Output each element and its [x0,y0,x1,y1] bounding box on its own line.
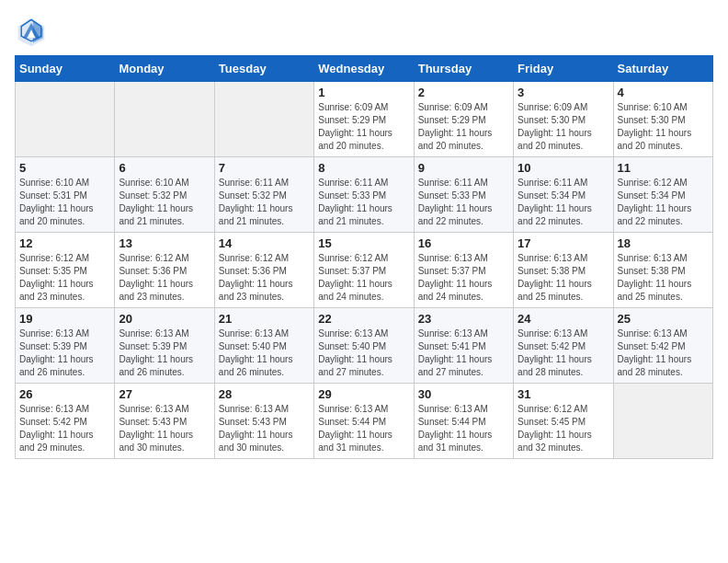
page-header [15,15,713,48]
weekday-header: Wednesday [314,56,414,82]
weekday-header: Thursday [414,56,513,82]
day-number: 6 [119,161,210,175]
day-number: 13 [119,236,210,250]
calendar-table: SundayMondayTuesdayWednesdayThursdayFrid… [15,55,713,459]
day-detail: Sunrise: 6:11 AM Sunset: 5:34 PM Dayligh… [518,177,609,228]
day-number: 19 [19,312,110,326]
day-number: 11 [618,161,709,175]
day-detail: Sunrise: 6:10 AM Sunset: 5:31 PM Dayligh… [19,177,110,228]
calendar-cell: 7Sunrise: 6:11 AM Sunset: 5:32 PM Daylig… [214,157,313,233]
calendar-week-row: 19Sunrise: 6:13 AM Sunset: 5:39 PM Dayli… [16,308,713,384]
calendar-cell: 14Sunrise: 6:12 AM Sunset: 5:36 PM Dayli… [214,233,313,308]
calendar-cell: 3Sunrise: 6:09 AM Sunset: 5:30 PM Daylig… [514,82,613,157]
day-detail: Sunrise: 6:12 AM Sunset: 5:36 PM Dayligh… [219,252,310,304]
day-detail: Sunrise: 6:13 AM Sunset: 5:42 PM Dayligh… [518,327,609,379]
weekday-header: Tuesday [214,56,313,82]
day-detail: Sunrise: 6:13 AM Sunset: 5:42 PM Dayligh… [618,327,709,379]
calendar-cell: 20Sunrise: 6:13 AM Sunset: 5:39 PM Dayli… [115,308,214,384]
day-number: 14 [219,236,310,250]
calendar-cell: 26Sunrise: 6:13 AM Sunset: 5:42 PM Dayli… [16,384,115,459]
day-detail: Sunrise: 6:13 AM Sunset: 5:40 PM Dayligh… [219,327,310,379]
day-number: 22 [318,312,409,326]
day-number: 8 [318,161,409,175]
day-detail: Sunrise: 6:13 AM Sunset: 5:42 PM Dayligh… [19,403,110,454]
day-detail: Sunrise: 6:09 AM Sunset: 5:29 PM Dayligh… [418,101,509,153]
calendar-week-row: 1Sunrise: 6:09 AM Sunset: 5:29 PM Daylig… [16,82,713,157]
day-detail: Sunrise: 6:13 AM Sunset: 5:40 PM Dayligh… [318,327,409,379]
calendar-cell: 31Sunrise: 6:12 AM Sunset: 5:45 PM Dayli… [514,384,613,459]
calendar-cell: 21Sunrise: 6:13 AM Sunset: 5:40 PM Dayli… [214,308,313,384]
calendar-cell: 11Sunrise: 6:12 AM Sunset: 5:34 PM Dayli… [613,157,712,233]
calendar-week-row: 26Sunrise: 6:13 AM Sunset: 5:42 PM Dayli… [16,384,713,459]
calendar-cell: 25Sunrise: 6:13 AM Sunset: 5:42 PM Dayli… [613,308,712,384]
day-detail: Sunrise: 6:13 AM Sunset: 5:38 PM Dayligh… [618,252,709,304]
calendar-cell: 23Sunrise: 6:13 AM Sunset: 5:41 PM Dayli… [414,308,513,384]
day-number: 29 [318,387,409,401]
day-detail: Sunrise: 6:09 AM Sunset: 5:30 PM Dayligh… [518,101,609,153]
day-number: 16 [418,236,509,250]
day-detail: Sunrise: 6:13 AM Sunset: 5:41 PM Dayligh… [418,327,509,379]
day-number: 10 [518,161,609,175]
day-detail: Sunrise: 6:11 AM Sunset: 5:32 PM Dayligh… [219,177,310,228]
calendar-cell: 19Sunrise: 6:13 AM Sunset: 5:39 PM Dayli… [16,308,115,384]
calendar-cell: 4Sunrise: 6:10 AM Sunset: 5:30 PM Daylig… [613,82,712,157]
day-detail: Sunrise: 6:11 AM Sunset: 5:33 PM Dayligh… [318,177,409,228]
day-number: 15 [318,236,409,250]
calendar-cell: 12Sunrise: 6:12 AM Sunset: 5:35 PM Dayli… [16,233,115,308]
calendar-cell: 18Sunrise: 6:13 AM Sunset: 5:38 PM Dayli… [613,233,712,308]
day-number: 3 [518,86,609,99]
day-number: 26 [19,387,110,401]
day-detail: Sunrise: 6:11 AM Sunset: 5:33 PM Dayligh… [418,177,509,228]
day-number: 30 [418,387,509,401]
day-number: 7 [219,161,310,175]
day-number: 28 [219,387,310,401]
weekday-header: Saturday [613,56,712,82]
calendar-cell: 28Sunrise: 6:13 AM Sunset: 5:43 PM Dayli… [214,384,313,459]
weekday-header: Friday [514,56,613,82]
day-number: 27 [119,387,210,401]
day-detail: Sunrise: 6:12 AM Sunset: 5:45 PM Dayligh… [518,403,609,454]
day-detail: Sunrise: 6:13 AM Sunset: 5:43 PM Dayligh… [219,403,310,454]
calendar-cell: 29Sunrise: 6:13 AM Sunset: 5:44 PM Dayli… [314,384,414,459]
day-detail: Sunrise: 6:13 AM Sunset: 5:38 PM Dayligh… [518,252,609,304]
weekday-header-row: SundayMondayTuesdayWednesdayThursdayFrid… [16,56,713,82]
calendar-cell: 10Sunrise: 6:11 AM Sunset: 5:34 PM Dayli… [514,157,613,233]
day-detail: Sunrise: 6:12 AM Sunset: 5:35 PM Dayligh… [19,252,110,304]
calendar-cell: 9Sunrise: 6:11 AM Sunset: 5:33 PM Daylig… [414,157,513,233]
logo [15,15,51,48]
page-wrapper: SundayMondayTuesdayWednesdayThursdayFrid… [15,15,713,459]
calendar-cell: 13Sunrise: 6:12 AM Sunset: 5:36 PM Dayli… [115,233,214,308]
day-number: 1 [318,86,409,99]
calendar-cell: 15Sunrise: 6:12 AM Sunset: 5:37 PM Dayli… [314,233,414,308]
calendar-week-row: 12Sunrise: 6:12 AM Sunset: 5:35 PM Dayli… [16,233,713,308]
calendar-cell [214,82,313,157]
day-number: 2 [418,86,509,99]
day-number: 25 [618,312,709,326]
day-number: 21 [219,312,310,326]
day-detail: Sunrise: 6:13 AM Sunset: 5:44 PM Dayligh… [418,403,509,454]
weekday-header: Sunday [16,56,115,82]
day-detail: Sunrise: 6:13 AM Sunset: 5:44 PM Dayligh… [318,403,409,454]
day-detail: Sunrise: 6:09 AM Sunset: 5:29 PM Dayligh… [318,101,409,153]
day-detail: Sunrise: 6:12 AM Sunset: 5:37 PM Dayligh… [318,252,409,304]
day-number: 31 [518,387,609,401]
day-number: 9 [418,161,509,175]
calendar-cell: 16Sunrise: 6:13 AM Sunset: 5:37 PM Dayli… [414,233,513,308]
day-detail: Sunrise: 6:10 AM Sunset: 5:30 PM Dayligh… [618,101,709,153]
day-detail: Sunrise: 6:12 AM Sunset: 5:36 PM Dayligh… [119,252,210,304]
calendar-cell: 1Sunrise: 6:09 AM Sunset: 5:29 PM Daylig… [314,82,414,157]
day-detail: Sunrise: 6:10 AM Sunset: 5:32 PM Dayligh… [119,177,210,228]
day-number: 18 [618,236,709,250]
calendar-cell: 22Sunrise: 6:13 AM Sunset: 5:40 PM Dayli… [314,308,414,384]
calendar-week-row: 5Sunrise: 6:10 AM Sunset: 5:31 PM Daylig… [16,157,713,233]
day-number: 4 [618,86,709,99]
calendar-cell: 5Sunrise: 6:10 AM Sunset: 5:31 PM Daylig… [16,157,115,233]
calendar-cell: 30Sunrise: 6:13 AM Sunset: 5:44 PM Dayli… [414,384,513,459]
calendar-cell [16,82,115,157]
day-detail: Sunrise: 6:13 AM Sunset: 5:37 PM Dayligh… [418,252,509,304]
calendar-cell: 8Sunrise: 6:11 AM Sunset: 5:33 PM Daylig… [314,157,414,233]
day-number: 24 [518,312,609,326]
day-number: 5 [19,161,110,175]
calendar-cell: 6Sunrise: 6:10 AM Sunset: 5:32 PM Daylig… [115,157,214,233]
calendar-cell: 2Sunrise: 6:09 AM Sunset: 5:29 PM Daylig… [414,82,513,157]
